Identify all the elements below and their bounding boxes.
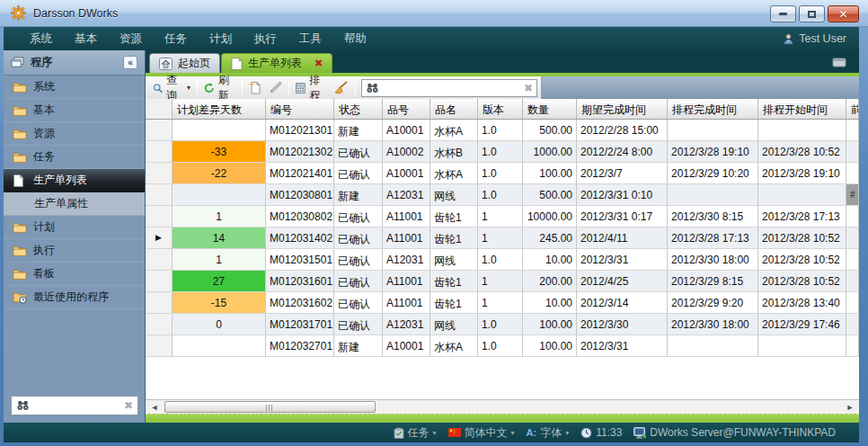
table-cell: M012031701 bbox=[266, 314, 334, 335]
sidebar-item-9[interactable]: 看板 bbox=[4, 263, 145, 286]
tab-close-icon[interactable]: ✖ bbox=[314, 58, 323, 69]
column-header-3[interactable]: 状态 bbox=[334, 99, 383, 119]
table-row[interactable]: 27M012031601已确认A11001齿轮11200.002012/4/25… bbox=[146, 271, 859, 292]
table-row[interactable]: 0M012031701已确认A12031网线1.0100.002012/3/30… bbox=[146, 314, 859, 335]
column-header-9[interactable]: 排程完成时间 bbox=[668, 99, 758, 119]
sidebar-item-5[interactable]: 生产单列表 bbox=[4, 169, 145, 192]
table-cell: 100.00 bbox=[523, 335, 577, 357]
document-icon bbox=[231, 58, 243, 70]
table-row[interactable]: M012030801新建A12031网线1.0500.002012/3/31 0… bbox=[146, 184, 859, 206]
menu-item-5[interactable]: 计划 bbox=[201, 32, 240, 45]
table-cell: M012021401 bbox=[266, 163, 334, 184]
tab-production-order-list[interactable]: 生产单列表 ✖ bbox=[221, 53, 332, 73]
new-button[interactable] bbox=[245, 78, 265, 97]
table-cell bbox=[173, 184, 266, 206]
column-header-4[interactable]: 品号 bbox=[383, 99, 430, 119]
table-row[interactable]: -22M012021401已确认A10001水杯A1.0100.002012/3… bbox=[146, 163, 859, 184]
toolbar-search-input[interactable] bbox=[383, 82, 520, 94]
refresh-button[interactable]: 刷新 bbox=[200, 78, 239, 97]
menu-item-1[interactable]: 系统 bbox=[22, 32, 60, 45]
table-row[interactable]: 1M012030802已确认A11001齿轮1110000.002012/3/3… bbox=[146, 206, 859, 227]
table-cell: 27 bbox=[173, 271, 266, 292]
font-dropdown-icon: ▾ bbox=[565, 429, 569, 437]
statusbar-language[interactable]: 简体中文 ▾ bbox=[448, 425, 515, 441]
table-cell: 1.0 bbox=[478, 141, 523, 163]
scroll-left-icon[interactable]: ◄ bbox=[147, 401, 162, 414]
menu-item-4[interactable]: 任务 bbox=[156, 32, 195, 45]
table-header-row: 计划差异天数编号状态品号品名版本数量期望完成时间排程完成时间排程开始时间前 bbox=[146, 99, 859, 120]
table-cell: 2012/3/28 13:40 bbox=[758, 292, 846, 314]
statusbar-font[interactable]: A: 字体 ▾ bbox=[527, 425, 570, 441]
menu-item-8[interactable]: 帮助 bbox=[336, 32, 375, 45]
edit-button[interactable] bbox=[265, 78, 286, 97]
menu-item-6[interactable]: 执行 bbox=[246, 32, 285, 45]
clean-button[interactable] bbox=[331, 78, 352, 97]
schedule-button[interactable]: 排程 bbox=[292, 78, 331, 97]
statusbar-tasks[interactable]: 任务 ▾ bbox=[394, 425, 437, 441]
programs-icon bbox=[11, 57, 24, 68]
table-cell: A12031 bbox=[383, 314, 430, 335]
column-header-8[interactable]: 期望完成时间 bbox=[577, 99, 668, 119]
table-cell: A10001 bbox=[383, 335, 430, 357]
column-header-10[interactable]: 排程开始时间 bbox=[758, 99, 846, 119]
sidebar-item-label: 任务 bbox=[33, 149, 55, 165]
toolbar-search-clear-icon[interactable]: ✖ bbox=[524, 82, 533, 94]
sidebar-item-2[interactable]: 基本 bbox=[4, 99, 145, 122]
minimize-button[interactable] bbox=[770, 5, 796, 22]
sidebar-item-1[interactable]: 系统 bbox=[4, 76, 145, 99]
user-area[interactable]: Test User bbox=[783, 32, 846, 45]
sidebar-collapse-button[interactable]: « bbox=[123, 56, 137, 69]
table-row[interactable]: -15M012031602已确认A11001齿轮1110.002012/3/14… bbox=[146, 292, 859, 314]
table-cell: 245.00 bbox=[523, 227, 577, 249]
tab-window-icon[interactable] bbox=[832, 57, 846, 67]
scroll-right-icon[interactable]: ► bbox=[843, 401, 857, 414]
column-header-2[interactable]: 编号 bbox=[266, 99, 334, 119]
horizontal-scrollbar[interactable]: ◄ ► bbox=[146, 399, 859, 414]
table-cell: 2012/3/29 9:20 bbox=[668, 292, 758, 314]
row-indicator-cell bbox=[146, 249, 173, 271]
sidebar-item-4[interactable]: 任务 bbox=[4, 146, 145, 169]
menu-item-3[interactable]: 资源 bbox=[111, 32, 150, 45]
sidebar-item-7[interactable]: 计划 bbox=[4, 216, 145, 239]
column-header-6[interactable]: 版本 bbox=[478, 99, 523, 119]
table-cell: 齿轮1 bbox=[430, 206, 478, 227]
table-cell: -22 bbox=[173, 163, 266, 184]
close-button[interactable]: ✕ bbox=[828, 5, 859, 22]
table-cell: 1000.00 bbox=[523, 141, 577, 163]
resize-grip[interactable]: ⋰ bbox=[845, 428, 855, 440]
maximize-button[interactable] bbox=[799, 5, 825, 22]
sidebar-search-clear-icon[interactable]: ✖ bbox=[124, 399, 133, 412]
table-row[interactable]: M012021301新建A10001水杯A1.0500.002012/2/28 … bbox=[146, 120, 859, 141]
query-button[interactable]: 查询 ▾ bbox=[149, 78, 194, 97]
column-header-indicator[interactable] bbox=[146, 99, 173, 119]
table-cell: 2012/4/25 bbox=[577, 271, 668, 292]
table-row[interactable]: 1M012031501已确认A12031网线1.010.002012/3/312… bbox=[146, 249, 859, 271]
sidebar-item-label: 计划 bbox=[33, 219, 55, 235]
table-cell: 齿轮1 bbox=[430, 271, 478, 292]
sidebar-item-10[interactable]: 最近使用的程序 bbox=[4, 286, 145, 309]
table-row[interactable]: -33M012021302已确认A10002水杯B1.01000.002012/… bbox=[146, 141, 859, 163]
tab-start-page[interactable]: 起始页 bbox=[149, 53, 220, 73]
table-cell: 已确认 bbox=[334, 249, 383, 271]
column-header-7[interactable]: 数量 bbox=[523, 99, 577, 119]
column-header-1[interactable]: 计划差异天数 bbox=[173, 99, 266, 119]
table-cell: 2012/3/14 bbox=[577, 292, 668, 314]
table-cell bbox=[846, 227, 859, 249]
table-cell: 2012/3/28 17:13 bbox=[668, 227, 758, 249]
table-row[interactable]: M012032701新建A10001水杯A1.0100.002012/3/31 bbox=[146, 335, 859, 357]
table-row[interactable]: ▶14M012031402已确认A11001齿轮11245.002012/4/1… bbox=[146, 227, 859, 249]
table-cell: 1.0 bbox=[478, 249, 523, 271]
sidebar-item-6[interactable]: 生产单属性 bbox=[4, 192, 145, 216]
table-cell: 1.0 bbox=[478, 184, 523, 206]
sidebar-item-3[interactable]: 资源 bbox=[4, 122, 145, 146]
column-header-11[interactable]: 前 bbox=[846, 99, 859, 119]
menu-item-7[interactable]: 工具 bbox=[291, 32, 330, 45]
sidebar-item-8[interactable]: 执行 bbox=[4, 239, 145, 263]
table-cell: 1.0 bbox=[478, 120, 523, 141]
table-cell: 已确认 bbox=[334, 227, 383, 249]
column-header-5[interactable]: 品名 bbox=[430, 99, 478, 119]
sidebar-search-input[interactable] bbox=[30, 399, 124, 412]
scrollbar-thumb[interactable] bbox=[164, 401, 376, 413]
binoculars-icon bbox=[366, 83, 379, 94]
menu-item-2[interactable]: 基本 bbox=[66, 32, 105, 45]
